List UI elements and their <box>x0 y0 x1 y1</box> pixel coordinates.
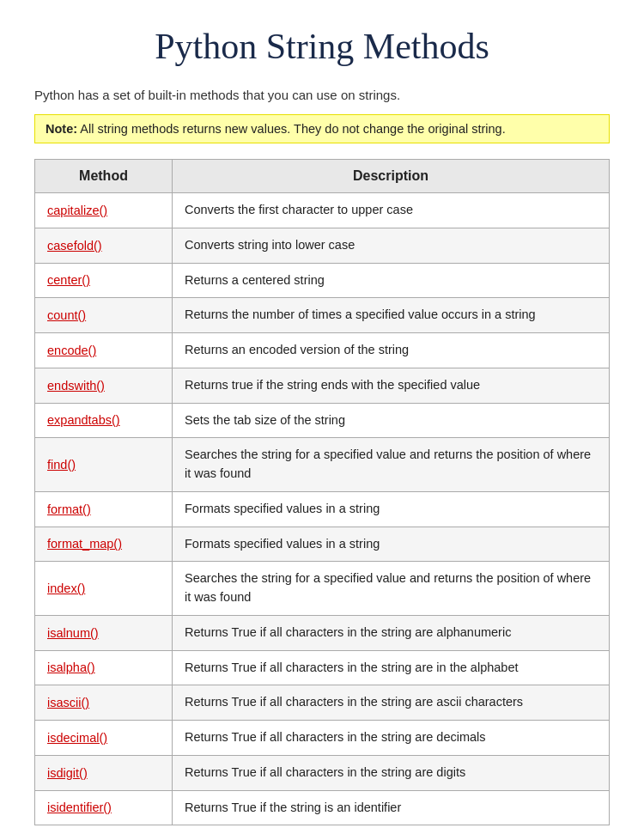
description-cell: Returns True if all characters in the st… <box>173 650 610 685</box>
table-row: casefold()Converts string into lower cas… <box>35 228 610 263</box>
methods-table: Method Description capitalize()Converts … <box>34 159 610 825</box>
method-cell: isascii() <box>35 685 173 721</box>
method-cell: index() <box>35 562 173 616</box>
method-cell: capitalize() <box>35 193 173 228</box>
table-row: isascii()Returns True if all characters … <box>35 685 610 721</box>
method-link[interactable]: isalpha() <box>47 661 95 674</box>
method-link[interactable]: format() <box>47 502 91 516</box>
description-cell: Returns an encoded version of the string <box>173 333 610 368</box>
method-link[interactable]: index() <box>47 581 85 595</box>
method-cell: encode() <box>35 333 173 368</box>
note-box: Note: All string methods returns new val… <box>34 114 610 143</box>
method-link[interactable]: isascii() <box>47 696 89 709</box>
method-cell: find() <box>35 438 173 492</box>
table-header-row: Method Description <box>35 160 610 193</box>
method-cell: format() <box>35 491 173 527</box>
method-link[interactable]: center() <box>47 273 90 287</box>
method-link[interactable]: count() <box>47 308 86 322</box>
description-cell: Returns True if all characters in the st… <box>173 721 610 756</box>
method-cell: expandtabs() <box>35 403 173 438</box>
table-row: isdecimal()Returns True if all character… <box>35 721 610 756</box>
method-link[interactable]: casefold() <box>47 239 102 253</box>
method-cell: isdigit() <box>35 755 173 790</box>
method-link[interactable]: isalnum() <box>47 626 99 640</box>
description-cell: Returns true if the string ends with the… <box>173 368 610 403</box>
method-link[interactable]: capitalize() <box>47 204 107 217</box>
table-row: isdigit()Returns True if all characters … <box>35 755 610 790</box>
table-row: capitalize()Converts the first character… <box>35 193 610 228</box>
method-link[interactable]: encode() <box>47 344 96 357</box>
description-cell: Returns True if all characters in the st… <box>173 685 610 721</box>
col-header-method: Method <box>35 160 173 193</box>
table-row: find()Searches the string for a specifie… <box>35 438 610 492</box>
intro-paragraph: Python has a set of built-in methods tha… <box>34 88 610 102</box>
method-link[interactable]: find() <box>47 458 76 472</box>
table-row: isalnum()Returns True if all characters … <box>35 615 610 650</box>
method-cell: isdecimal() <box>35 721 173 756</box>
description-cell: Returns True if all characters in the st… <box>173 755 610 790</box>
method-link[interactable]: endswith() <box>47 379 105 393</box>
description-cell: Converts the first character to upper ca… <box>173 193 610 228</box>
description-cell: Formats specified values in a string <box>173 527 610 562</box>
method-link[interactable]: format_map() <box>47 537 122 551</box>
description-cell: Formats specified values in a string <box>173 491 610 527</box>
description-cell: Returns the number of times a specified … <box>173 298 610 333</box>
col-header-description: Description <box>173 160 610 193</box>
method-link[interactable]: isidentifier() <box>47 801 112 814</box>
method-cell: format_map() <box>35 527 173 562</box>
description-cell: Returns a centered string <box>173 263 610 298</box>
table-row: isidentifier()Returns True if the string… <box>35 790 610 825</box>
description-cell: Returns True if all characters in the st… <box>173 615 610 650</box>
table-row: count()Returns the number of times a spe… <box>35 298 610 333</box>
method-cell: isalnum() <box>35 615 173 650</box>
method-link[interactable]: isdigit() <box>47 766 88 780</box>
description-cell: Sets the tab size of the string <box>173 403 610 438</box>
method-link[interactable]: isdecimal() <box>47 731 107 745</box>
description-cell: Converts string into lower case <box>173 228 610 263</box>
page-title: Python String Methods <box>34 26 610 67</box>
description-cell: Returns True if the string is an identif… <box>173 790 610 825</box>
table-row: encode()Returns an encoded version of th… <box>35 333 610 368</box>
table-row: format_map()Formats specified values in … <box>35 527 610 562</box>
method-cell: isalpha() <box>35 650 173 685</box>
note-label: Note: <box>46 122 77 136</box>
table-row: isalpha()Returns True if all characters … <box>35 650 610 685</box>
method-cell: center() <box>35 263 173 298</box>
table-row: expandtabs()Sets the tab size of the str… <box>35 403 610 438</box>
method-cell: endswith() <box>35 368 173 403</box>
method-link[interactable]: expandtabs() <box>47 413 120 427</box>
description-cell: Searches the string for a specified valu… <box>173 562 610 616</box>
method-cell: count() <box>35 298 173 333</box>
method-cell: casefold() <box>35 228 173 263</box>
method-cell: isidentifier() <box>35 790 173 825</box>
table-row: center()Returns a centered string <box>35 263 610 298</box>
table-row: format()Formats specified values in a st… <box>35 491 610 527</box>
table-row: endswith()Returns true if the string end… <box>35 368 610 403</box>
description-cell: Searches the string for a specified valu… <box>173 438 610 492</box>
table-row: index()Searches the string for a specifi… <box>35 562 610 616</box>
note-text: All string methods returns new values. T… <box>77 122 506 136</box>
